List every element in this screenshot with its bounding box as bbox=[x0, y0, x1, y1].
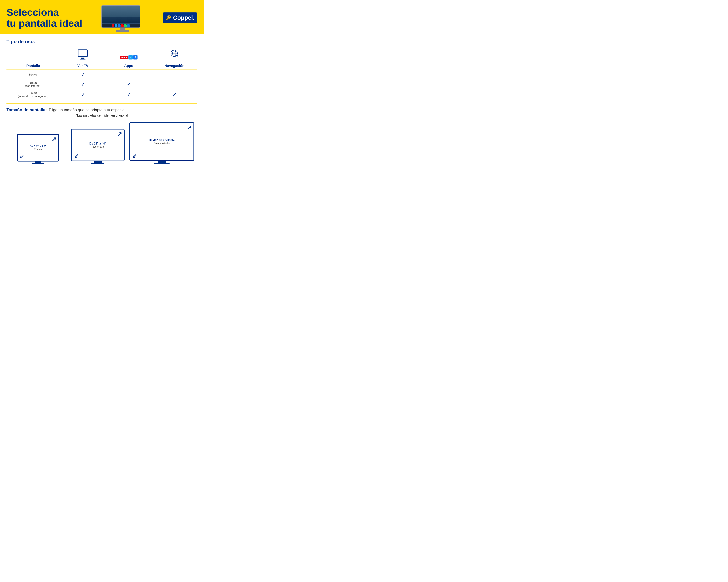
col-nav-label: Navegación bbox=[152, 62, 198, 70]
tv-app-netflix bbox=[112, 24, 114, 27]
row-smart-nav-nav: ✓ bbox=[152, 89, 198, 100]
checkmark-smartnav-tv: ✓ bbox=[81, 92, 85, 97]
tv-monitor-icon bbox=[78, 50, 88, 57]
tv-stand bbox=[120, 28, 125, 30]
tv-stand-small bbox=[35, 162, 41, 163]
tv-size-large: ↗ De 40" en adelante Sala y estudio ↙ bbox=[129, 122, 194, 164]
row-smart-nav-apps: ✓ bbox=[106, 89, 152, 100]
tv-base bbox=[116, 30, 129, 32]
tv-sizes-row: ↗ De 19" a 23" Cocina ↙ ↗ De 26" a 40" R… bbox=[6, 122, 198, 164]
table-row-smart-internet: Smart (con internet) ✓ ✓ bbox=[6, 79, 198, 89]
tv-screen: 4:06 PM bbox=[101, 5, 140, 28]
col-apps-label: Apps bbox=[106, 62, 152, 70]
arrow-expand-small-bottom: ↙ bbox=[20, 154, 24, 159]
tv-base-small bbox=[32, 163, 44, 164]
table-row-smart-nav: Smart (internet con navegador ) ✓ ✓ ✓ bbox=[6, 89, 198, 100]
tv-size-range-small: De 19" a 23" bbox=[29, 145, 47, 148]
row-smart-internet-ver-tv: ✓ bbox=[60, 79, 106, 89]
checkmark-basica-tv: ✓ bbox=[81, 72, 85, 77]
coppel-logo: 🔑 Coppel. bbox=[163, 12, 198, 23]
yellow-divider bbox=[6, 104, 198, 104]
header-title: Selecciona tu pantalla ideal bbox=[6, 7, 82, 29]
row-basica-ver-tv: ✓ bbox=[60, 70, 106, 79]
checkmark-smartnav-apps: ✓ bbox=[127, 92, 131, 97]
tv-room-large: Sala y estudio bbox=[149, 142, 175, 145]
tv-app-twitter bbox=[115, 24, 118, 27]
tv-app-wa bbox=[124, 24, 127, 27]
tv-monitor-stand bbox=[81, 58, 84, 59]
col-nav-icon-cell bbox=[152, 48, 198, 62]
tv-monitor-icon-container bbox=[63, 50, 102, 60]
col-ver-tv-label: Ver TV bbox=[60, 62, 106, 70]
arrow-expand-lg-bottom: ↙ bbox=[132, 153, 137, 159]
col-apps-icon-cell: NETFLIX 𝕏 f bbox=[106, 48, 152, 62]
tv-stand-medium bbox=[94, 161, 102, 163]
size-section: Tamaño de pantalla: Elige un tamaño que … bbox=[6, 107, 198, 164]
row-smart-nav-name: Smart (internet con navegador ) bbox=[6, 89, 60, 100]
tv-size-range-medium: De 26" a 40" bbox=[89, 142, 106, 145]
arrow-expand-small-top: ↗ bbox=[52, 136, 56, 142]
twitter-icon: 𝕏 bbox=[128, 55, 133, 59]
globe-icon bbox=[170, 49, 179, 58]
col-pantalla-label: Pantalla bbox=[6, 62, 60, 70]
arrow-expand-med-top: ↗ bbox=[117, 131, 122, 137]
tv-size-range-large: De 40" en adelante bbox=[149, 139, 175, 142]
checkmark-smart-apps: ✓ bbox=[127, 82, 131, 87]
size-title-bold: Tamaño de pantalla: bbox=[6, 107, 47, 112]
size-title-row: Tamaño de pantalla: Elige un tamaño que … bbox=[6, 107, 198, 112]
col-ver-tv-icon-cell bbox=[60, 48, 106, 62]
apps-icons: NETFLIX 𝕏 f bbox=[109, 55, 148, 59]
size-title-normal: Elige un tamaño que se adapte a tu espac… bbox=[49, 108, 124, 112]
row-smart-internet-nav bbox=[152, 79, 198, 89]
row-smart-internet-apps: ✓ bbox=[106, 79, 152, 89]
main-content: Tipo de uso: NETFLIX 𝕏 f bbox=[0, 34, 204, 169]
checkmark-smart-tv: ✓ bbox=[81, 82, 85, 87]
logo-text: Coppel. bbox=[173, 15, 194, 21]
tv-label-medium: De 26" a 40" Recámara bbox=[89, 142, 106, 148]
tv-frame-large: ↗ De 40" en adelante Sala y estudio ↙ bbox=[129, 122, 194, 161]
tv-monitor-base bbox=[80, 59, 85, 59]
netflix-icon: NETFLIX bbox=[120, 56, 128, 59]
arrow-expand-med-bottom: ↙ bbox=[74, 153, 79, 159]
row-smart-nav-ver-tv: ✓ bbox=[60, 89, 106, 100]
logo-key-icon: 🔑 bbox=[165, 15, 171, 21]
tv-app-other bbox=[127, 24, 130, 27]
checkmark-smartnav-nav: ✓ bbox=[173, 92, 176, 97]
comparison-table: NETFLIX 𝕏 f bbox=[6, 48, 198, 100]
tv-label-large: De 40" en adelante Sala y estudio bbox=[149, 139, 175, 145]
tv-taskbar bbox=[102, 24, 140, 27]
header-banner: Selecciona tu pantalla ideal 4:06 PM bbox=[0, 0, 204, 34]
tv-label-small: De 19" a 23" Cocina bbox=[29, 145, 47, 151]
tv-app-yt bbox=[121, 24, 124, 27]
tv-size-small: ↗ De 19" a 23" Cocina ↙ bbox=[10, 134, 66, 164]
tv-frame-small: ↗ De 19" a 23" Cocina ↙ bbox=[17, 134, 59, 162]
table-header-row: Pantalla Ver TV Apps Navegación bbox=[6, 62, 198, 70]
uso-section-title: Tipo de uso: bbox=[6, 39, 198, 44]
arrow-expand-lg-top: ↗ bbox=[187, 124, 191, 130]
size-subtitle: *Las pulgadas se miden en diagonal bbox=[6, 114, 198, 117]
tv-illustration-header: 4:06 PM bbox=[100, 5, 145, 31]
tv-base-medium bbox=[92, 163, 104, 164]
tv-screen-inner: 4:06 PM bbox=[102, 6, 140, 27]
tv-stand-large bbox=[158, 161, 166, 163]
tv-frame-medium: ↗ De 26" a 40" Recámara ↙ bbox=[71, 129, 125, 161]
row-basica-name: Básica bbox=[6, 70, 60, 79]
facebook-icon: f bbox=[133, 55, 137, 59]
tv-app-facebook bbox=[118, 24, 121, 27]
row-basica-nav bbox=[152, 70, 198, 79]
tv-room-small: Cocina bbox=[29, 148, 47, 151]
row-basica-apps bbox=[106, 70, 152, 79]
tv-graphic: 4:06 PM bbox=[101, 5, 144, 30]
globe-icon-container bbox=[155, 49, 194, 60]
tv-size-medium: ↗ De 26" a 40" Recámara ↙ bbox=[70, 129, 126, 164]
row-smart-internet-name: Smart (con internet) bbox=[6, 79, 60, 89]
col-pantalla-empty bbox=[6, 48, 60, 62]
table-icon-row: NETFLIX 𝕏 f bbox=[6, 48, 198, 62]
table-row-basica: Básica ✓ bbox=[6, 70, 198, 79]
tv-room-medium: Recámara bbox=[89, 145, 106, 148]
tv-base-large bbox=[154, 163, 170, 164]
